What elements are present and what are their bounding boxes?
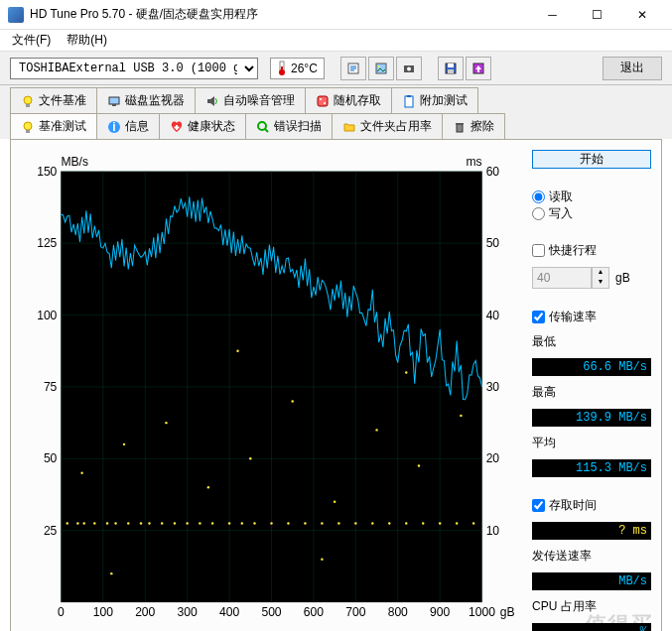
clipboard-icon	[402, 94, 416, 108]
transfer-rate-label: 传输速率	[549, 309, 597, 325]
screenshot-button[interactable]	[396, 57, 422, 80]
trash-icon	[453, 120, 467, 134]
svg-text:ms: ms	[466, 155, 481, 169]
tab-label: 基准测试	[39, 118, 86, 135]
svg-rect-13	[448, 69, 454, 73]
max-value: 139.9 MB/s	[532, 409, 651, 427]
svg-point-95	[236, 350, 238, 352]
tab-row-2: 基准测试i信息健康状态错误扫描文件夹占用率擦除	[10, 113, 662, 139]
tab-label: 信息	[125, 118, 149, 135]
tab-label: 错误扫描	[274, 118, 322, 135]
start-button[interactable]: 开始	[532, 150, 651, 169]
transfer-rate-checkbox[interactable]	[532, 311, 545, 323]
drive-select[interactable]: TOSHIBAExternal USB 3.0 (1000 gB)	[10, 58, 258, 79]
tab-附加测试[interactable]: 附加测试	[391, 87, 478, 114]
svg-rect-19	[112, 104, 116, 106]
menu-file[interactable]: 文件(F)	[4, 30, 59, 51]
read-radio-row[interactable]: 读取	[532, 189, 651, 205]
svg-text:700: 700	[345, 605, 365, 619]
menu-bar: 文件(F) 帮助(H)	[0, 30, 672, 52]
monitor-icon	[107, 94, 121, 108]
maximize-button[interactable]: ☐	[575, 1, 619, 29]
svg-text:40: 40	[486, 309, 500, 322]
access-time-row[interactable]: 存取时间	[532, 497, 651, 514]
svg-text:gB: gB	[500, 605, 515, 619]
close-button[interactable]: ✕	[619, 1, 664, 29]
lightbulb-icon	[21, 94, 35, 108]
cpu-label: CPU 占用率	[532, 598, 651, 615]
avg-value: 115.3 MB/s	[532, 459, 651, 477]
exit-button[interactable]: 退出	[603, 57, 662, 80]
svg-point-66	[199, 522, 201, 524]
svg-point-80	[422, 522, 424, 524]
svg-point-8	[378, 65, 380, 67]
svg-point-96	[321, 558, 323, 560]
load-button[interactable]	[466, 57, 491, 80]
svg-text:75: 75	[44, 380, 58, 394]
copy-info-button[interactable]	[340, 57, 366, 80]
burst-value: MB/s	[532, 572, 651, 590]
tab-健康状态[interactable]: 健康状态	[159, 113, 246, 139]
write-label: 写入	[549, 205, 573, 222]
app-icon	[8, 7, 24, 23]
menu-help[interactable]: 帮助(H)	[59, 30, 115, 51]
svg-point-89	[291, 400, 293, 402]
dice-icon	[316, 94, 330, 108]
svg-text:0: 0	[58, 605, 65, 619]
toolbar: TOSHIBAExternal USB 3.0 (1000 gB) 26°C 退…	[0, 52, 672, 85]
window-titlebar: HD Tune Pro 5.70 - 硬盘/固态硬盘实用程序 ─ ☐ ✕	[0, 0, 672, 30]
svg-text:1000: 1000	[469, 605, 495, 619]
svg-text:300: 300	[178, 605, 198, 619]
read-label: 读取	[549, 189, 573, 205]
short-stroke-checkbox[interactable]	[532, 244, 545, 257]
tab-文件基准[interactable]: 文件基准	[10, 87, 97, 114]
svg-rect-21	[318, 96, 328, 106]
svg-point-86	[165, 422, 167, 424]
spinner-up-button[interactable]: ▲	[593, 268, 608, 278]
copy-image-icon	[374, 62, 388, 75]
write-radio[interactable]	[532, 207, 545, 220]
svg-point-64	[174, 522, 176, 524]
svg-point-67	[211, 522, 213, 524]
tab-信息[interactable]: i信息	[96, 113, 160, 139]
access-time-checkbox[interactable]	[532, 499, 545, 512]
svg-text:150: 150	[37, 165, 57, 179]
svg-text:100: 100	[37, 309, 57, 322]
svg-point-73	[304, 522, 306, 524]
svg-point-70	[253, 522, 255, 524]
search-icon	[256, 120, 270, 134]
read-radio[interactable]	[532, 190, 545, 203]
minimize-button[interactable]: ─	[530, 1, 575, 29]
tab-label: 自动噪音管理	[223, 92, 295, 109]
svg-point-91	[375, 429, 377, 431]
svg-point-16	[24, 96, 32, 104]
tab-擦除[interactable]: 擦除	[442, 113, 505, 139]
tab-随机存取[interactable]: 随机存取	[305, 87, 392, 114]
svg-point-97	[405, 371, 407, 373]
temperature-value: 26°C	[291, 62, 318, 75]
svg-point-54	[67, 522, 68, 524]
svg-text:10: 10	[486, 524, 500, 538]
short-stroke-row[interactable]: 快捷行程	[532, 242, 651, 259]
tab-磁盘监视器[interactable]: 磁盘监视器	[96, 87, 196, 114]
svg-point-56	[83, 522, 85, 524]
tab-label: 擦除	[470, 118, 494, 135]
svg-rect-34	[457, 124, 463, 132]
tab-文件夹占用率[interactable]: 文件夹占用率	[332, 113, 443, 139]
svg-rect-24	[405, 96, 413, 107]
save-button[interactable]	[438, 57, 464, 80]
svg-point-77	[371, 522, 373, 524]
copy-screenshot-button[interactable]	[368, 57, 394, 80]
write-radio-row[interactable]: 写入	[532, 205, 651, 222]
svg-point-83	[472, 522, 474, 524]
transfer-rate-row[interactable]: 传输速率	[532, 309, 651, 325]
tab-基准测试[interactable]: 基准测试	[10, 113, 97, 139]
tab-自动噪音管理[interactable]: 自动噪音管理	[195, 87, 306, 114]
svg-rect-18	[109, 97, 119, 104]
tab-错误扫描[interactable]: 错误扫描	[245, 113, 333, 139]
short-stroke-spinner: ▲ ▼	[592, 267, 609, 289]
spinner-down-button[interactable]: ▼	[593, 278, 608, 288]
svg-point-55	[76, 522, 78, 524]
svg-rect-31	[175, 126, 180, 128]
svg-point-93	[460, 415, 462, 417]
